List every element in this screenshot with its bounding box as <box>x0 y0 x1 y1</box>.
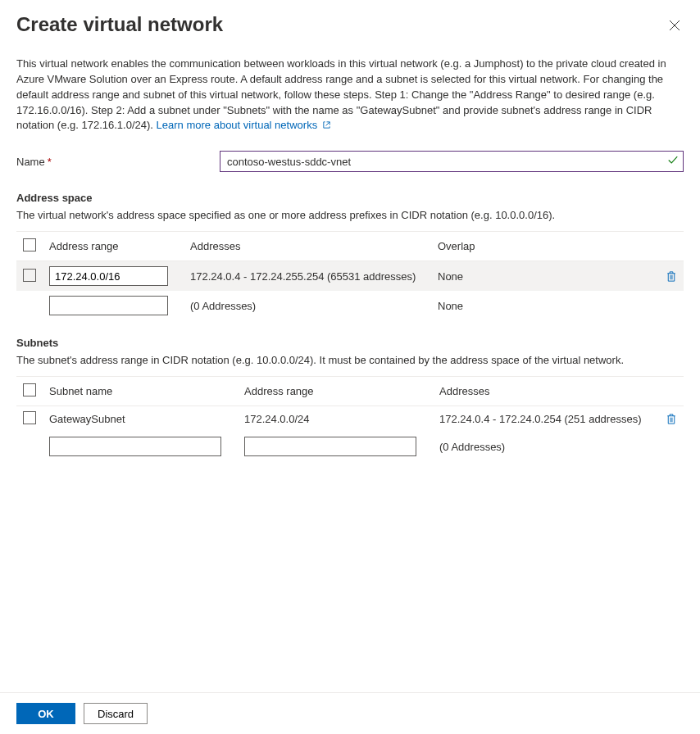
row-checkbox[interactable] <box>23 411 36 424</box>
row-checkbox[interactable] <box>23 269 36 282</box>
subnet-range-input[interactable] <box>244 437 416 456</box>
col-addresses: Addresses <box>184 232 431 261</box>
address-space-title: Address space <box>16 192 684 204</box>
address-space-desc: The virtual network's address space spec… <box>16 209 684 221</box>
subnet-row: (0 Addresses) <box>16 432 684 461</box>
select-all-subnets-checkbox[interactable] <box>23 383 36 396</box>
col-address-range: Address range <box>43 232 184 261</box>
discard-button[interactable]: Discard <box>84 703 148 724</box>
overlap-cell: None <box>431 291 659 320</box>
delete-row-button[interactable] <box>666 270 677 283</box>
subnet-name-input[interactable] <box>49 437 221 456</box>
external-link-icon <box>322 119 331 134</box>
trash-icon <box>666 270 677 283</box>
name-input[interactable] <box>220 151 684 172</box>
select-all-addresses-checkbox[interactable] <box>23 238 36 251</box>
name-label: Name* <box>16 156 220 168</box>
subnet-row: GatewaySubnet 172.24.0.0/24 172.24.0.4 -… <box>16 406 684 433</box>
address-space-table: Address range Addresses Overlap 172.24.0… <box>16 231 684 320</box>
addresses-cell: 172.24.0.4 - 172.24.255.254 (65531 addre… <box>184 261 431 292</box>
trash-icon <box>666 413 677 425</box>
footer: OK Discard <box>0 692 700 734</box>
subnet-addresses-cell: (0 Addresses) <box>433 432 659 461</box>
subnet-addresses-cell: 172.24.0.4 - 172.24.0.254 (251 addresses… <box>433 406 659 433</box>
close-icon <box>669 20 680 34</box>
delete-row-button[interactable] <box>666 413 677 425</box>
addresses-cell: (0 Addresses) <box>184 291 431 320</box>
close-button[interactable] <box>666 16 684 37</box>
address-range-input[interactable] <box>49 296 168 315</box>
subnets-table: Subnet name Address range Addresses Gate… <box>16 376 684 461</box>
subnet-range-cell: 172.24.0.0/24 <box>238 406 433 433</box>
check-icon <box>667 155 679 169</box>
address-row: (0 Addresses) None <box>16 291 684 320</box>
subnets-title: Subnets <box>16 337 684 349</box>
col-subnet-addresses: Addresses <box>433 377 659 406</box>
col-subnet-range: Address range <box>238 377 433 406</box>
subnet-name-cell: GatewaySubnet <box>43 406 238 433</box>
col-overlap: Overlap <box>431 232 659 261</box>
learn-more-link[interactable]: Learn more about virtual networks <box>157 119 331 131</box>
subnets-desc: The subnet's address range in CIDR notat… <box>16 354 684 366</box>
required-indicator: * <box>48 156 52 168</box>
address-range-input[interactable] <box>49 266 168 286</box>
overlap-cell: None <box>431 261 659 292</box>
page-title: Create virtual network <box>16 13 666 37</box>
ok-button[interactable]: OK <box>16 703 75 724</box>
intro-text: This virtual network enables the communi… <box>16 57 684 134</box>
address-row: 172.24.0.4 - 172.24.255.254 (65531 addre… <box>16 261 684 292</box>
col-subnet-name: Subnet name <box>43 377 238 406</box>
